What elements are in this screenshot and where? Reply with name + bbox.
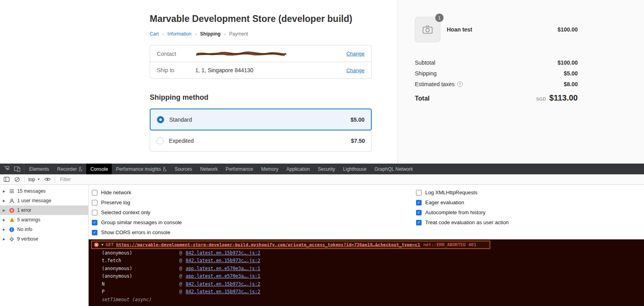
stack-source-link[interactable]: app.latest.en.e570e3a….js:1 — [186, 266, 260, 271]
clear-console-icon[interactable] — [14, 176, 21, 183]
checkbox-box[interactable] — [416, 190, 422, 195]
checkbox-autocomplete-history[interactable]: Autocomplete from history — [416, 207, 509, 217]
console-sidebar-toggle-icon[interactable] — [3, 176, 10, 183]
camera-icon — [422, 25, 433, 34]
tab-performance[interactable]: Performance — [222, 164, 257, 174]
tab-network[interactable]: Network — [196, 164, 222, 174]
shipping-option-standard[interactable]: Standard $5.00 — [150, 109, 372, 130]
checkbox-box[interactable] — [92, 210, 97, 215]
tab-elements[interactable]: Elements — [25, 164, 53, 174]
ship-to-row: Ship to 1, 1, Singapore 844130 Change — [150, 62, 371, 78]
breadcrumb-cart[interactable]: Cart — [150, 31, 159, 37]
experiment-flask-icon — [79, 167, 82, 171]
disclosure-triangle-icon[interactable]: ▶ — [3, 228, 6, 231]
stack-frame: (anonymous) @ app.latest.en.e570e3a….js:… — [89, 272, 644, 280]
request-method: GET — [106, 242, 114, 247]
live-expression-eye-icon[interactable] — [44, 176, 51, 183]
sidebar-item-warnings[interactable]: ▶ 5 warnings — [0, 215, 88, 225]
checkbox-log-xmlhttprequests[interactable]: Log XMLHttpRequests — [416, 188, 509, 197]
console-sidebar: ▶ 15 messages ▶ 1 user message ▶ 1 error… — [0, 185, 89, 306]
disclosure-triangle-icon[interactable]: ▶ — [3, 237, 6, 241]
checkbox-hide-network[interactable]: Hide network — [92, 188, 416, 197]
console-error-message[interactable]: ▼ GEThttps://marvable-development-store-… — [91, 241, 490, 249]
taxes-info-icon[interactable] — [457, 81, 463, 87]
stack-source-link[interactable]: 842.latest.en.15b973c….js:2 — [186, 289, 260, 294]
checkbox-selected-context-only[interactable]: Selected context only — [92, 207, 416, 217]
tab-recorder[interactable]: Recorder — [53, 164, 86, 174]
shipping-label: Shipping — [415, 70, 437, 77]
collapse-triangle-icon[interactable]: ▼ — [101, 243, 103, 247]
user-icon — [9, 198, 15, 204]
checkout-page: Marvable Development Store (developer bu… — [0, 0, 398, 164]
subtotal-label: Subtotal — [415, 59, 435, 66]
change-contact-link[interactable]: Change — [346, 51, 365, 57]
checkbox-box[interactable] — [92, 200, 97, 205]
shipping-method-heading: Shipping method — [150, 93, 372, 102]
shipping-options: Standard $5.00 Expedited $7.50 — [150, 109, 372, 152]
change-address-link[interactable]: Change — [346, 67, 365, 73]
request-url-link[interactable]: https://marvable-development-store-devel… — [116, 242, 420, 247]
javascript-context-selector[interactable]: top ▼ — [28, 177, 40, 182]
sidebar-item-all-messages[interactable]: ▶ 15 messages — [0, 186, 88, 196]
ship-to-label: Ship to — [157, 67, 195, 73]
checkbox-preserve-log[interactable]: Preserve log — [92, 197, 416, 207]
console-toolbar: top ▼ — [0, 174, 644, 185]
tab-application[interactable]: Application — [282, 164, 314, 174]
info-icon — [9, 227, 15, 233]
stack-source-link[interactable]: 842.latest.en.15b973c….js:2 — [186, 258, 260, 263]
checkbox-treat-eval-user-action[interactable]: Treat code evaluation as user action — [416, 217, 509, 227]
sidebar-item-verbose[interactable]: ▶ 9 verbose — [0, 234, 88, 244]
error-icon — [94, 242, 99, 247]
stack-source-link[interactable]: 842.latest.en.15b973c….js:2 — [186, 281, 260, 287]
list-icon — [9, 188, 15, 194]
verbose-icon — [9, 236, 15, 242]
sidebar-item-info[interactable]: ▶ No info — [0, 225, 88, 234]
warning-icon — [9, 217, 15, 223]
inspect-element-icon[interactable] — [4, 166, 10, 172]
currency-code: SGD — [536, 97, 546, 101]
device-toolbar-icon[interactable] — [14, 166, 20, 172]
toolbar-divider — [24, 176, 25, 183]
radio-expedited[interactable] — [157, 137, 164, 144]
disclosure-triangle-icon[interactable]: ▶ — [3, 209, 6, 212]
sidebar-item-errors[interactable]: ▶ 1 error — [0, 205, 88, 215]
console-filter-input[interactable] — [59, 176, 641, 183]
checkbox-box[interactable] — [416, 220, 422, 225]
total-row: Total SGD $113.00 — [415, 93, 578, 103]
option-label: Expedited — [169, 138, 346, 144]
shipping-option-expedited[interactable]: Expedited $7.50 — [150, 130, 371, 151]
option-price: $5.00 — [351, 116, 365, 123]
checkbox-eager-evaluation[interactable]: Eager evaluation — [416, 197, 509, 207]
sidebar-item-user-messages[interactable]: ▶ 1 user message — [0, 196, 88, 205]
stack-source-link[interactable]: app.latest.en.e570e3a….js:1 — [186, 273, 260, 279]
checkbox-box[interactable] — [92, 190, 97, 195]
total-label: Total — [415, 95, 536, 102]
redacted-contact-scribble — [195, 50, 346, 57]
tab-memory[interactable]: Memory — [257, 164, 282, 174]
disclosure-triangle-icon[interactable]: ▶ — [3, 190, 6, 193]
product-price: $100.00 — [557, 26, 578, 33]
tab-sources[interactable]: Sources — [170, 164, 196, 174]
breadcrumb-information[interactable]: Information — [167, 31, 191, 37]
checkbox-box[interactable] — [92, 230, 97, 235]
total-value: $113.00 — [549, 93, 578, 103]
checkbox-box[interactable] — [416, 210, 422, 215]
tab-console[interactable]: Console — [86, 164, 112, 174]
radio-standard[interactable] — [157, 116, 164, 123]
tab-lighthouse[interactable]: Lighthouse — [339, 164, 371, 174]
tab-graphql-network[interactable]: GraphQL Network — [371, 164, 417, 174]
breadcrumb-separator-icon: › — [195, 32, 196, 36]
stack-source-link[interactable]: 842.latest.en.15b973c….js:2 — [186, 250, 260, 256]
disclosure-triangle-icon[interactable]: ▶ — [3, 199, 6, 203]
tab-performance-insights[interactable]: Performance insights — [112, 164, 170, 174]
tab-security[interactable]: Security — [314, 164, 339, 174]
stack-frame: P @ 842.latest.en.15b973c….js:2 — [89, 288, 644, 296]
checkbox-group-similar[interactable]: Group similar messages in console — [92, 217, 416, 227]
checkbox-show-cors-errors[interactable]: Show CORS errors in console — [92, 227, 416, 237]
stack-frame: N @ 842.latest.en.15b973c….js:2 — [89, 280, 644, 288]
checkbox-box[interactable] — [416, 200, 422, 205]
disclosure-triangle-icon[interactable]: ▶ — [3, 218, 6, 222]
shipping-row: Shipping $5.00 — [415, 68, 578, 79]
toolbar-divider — [55, 176, 55, 183]
checkbox-box[interactable] — [92, 220, 97, 225]
